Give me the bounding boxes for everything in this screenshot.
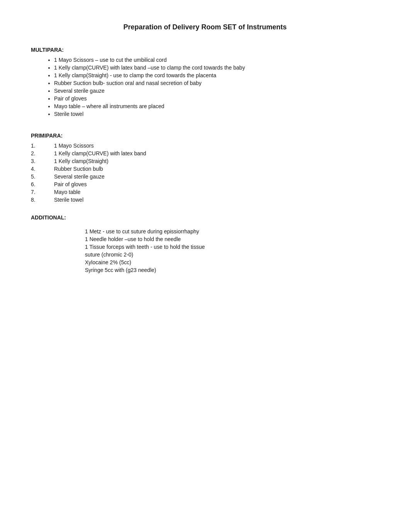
list-item: 1.1 Mayo Scissors xyxy=(31,143,379,149)
list-item: Rubber Suction bulb- suction oral and na… xyxy=(54,80,379,86)
list-item: 7.Mayo table xyxy=(31,189,379,195)
list-item-number: 8. xyxy=(31,197,54,203)
list-item-number: 7. xyxy=(31,189,54,195)
list-item: 2.1 Kelly clamp(CURVE) with latex band xyxy=(31,150,379,156)
list-item: Xylocaine 2% (5cc) xyxy=(85,259,379,265)
list-item-text: Mayo table xyxy=(54,189,80,195)
list-item: suture (chromic 2-0) xyxy=(85,252,379,258)
list-item: 8.Sterile towel xyxy=(31,197,379,203)
list-item: 1 Kelly clamp(CURVE) with latex band –us… xyxy=(54,65,379,71)
multipara-list: 1 Mayo Scissors – use to cut the umbilic… xyxy=(31,57,379,117)
list-item: Pair of gloves xyxy=(54,95,379,102)
list-item: 1 Mayo Scissors – use to cut the umbilic… xyxy=(54,57,379,63)
list-item-text: Sterile towel xyxy=(54,197,83,203)
primipara-heading: PRIMIPARA: xyxy=(31,133,379,139)
list-item-text: 1 Mayo Scissors xyxy=(54,143,94,149)
primipara-list: 1.1 Mayo Scissors2.1 Kelly clamp(CURVE) … xyxy=(31,143,379,203)
multipara-heading: MULTIPARA: xyxy=(31,47,379,53)
list-item: Sterile towel xyxy=(54,111,379,117)
page-title: Preparation of Delivery Room SET of Inst… xyxy=(31,23,379,31)
list-item: 1 Metz - use to cut suture during epissi… xyxy=(85,228,379,235)
list-item: 6.Pair of gloves xyxy=(31,181,379,187)
list-item: 5.Several sterile gauze xyxy=(31,173,379,180)
multipara-section: MULTIPARA: 1 Mayo Scissors – use to cut … xyxy=(31,47,379,117)
additional-items: 1 Metz - use to cut suture during epissi… xyxy=(31,228,379,273)
list-item: 1 Tissue forceps with teeth - use to hol… xyxy=(85,244,379,250)
list-item-number: 5. xyxy=(31,173,54,180)
list-item: Mayo table – where all instruments are p… xyxy=(54,103,379,109)
list-item: 1 Needle holder –use to hold the needle xyxy=(85,236,379,242)
list-item-number: 4. xyxy=(31,166,54,172)
list-item: Several sterile gauze xyxy=(54,88,379,94)
list-item-text: 1 Kelly clamp(Straight) xyxy=(54,158,108,164)
list-item-number: 6. xyxy=(31,181,54,187)
list-item-number: 1. xyxy=(31,143,54,149)
list-item: 4.Rubber Suction bulb xyxy=(31,166,379,172)
list-item-number: 2. xyxy=(31,150,54,156)
list-item: 1 Kelly clamp(Straight) - use to clamp t… xyxy=(54,72,379,78)
list-item-text: Pair of gloves xyxy=(54,181,87,187)
list-item: Syringe 5cc with (g23 needle) xyxy=(85,267,379,273)
list-item-text: Rubber Suction bulb xyxy=(54,166,103,172)
list-item-number: 3. xyxy=(31,158,54,164)
list-item-text: Several sterile gauze xyxy=(54,173,105,180)
primipara-section: PRIMIPARA: 1.1 Mayo Scissors2.1 Kelly cl… xyxy=(31,133,379,203)
additional-heading: ADDITIONAL: xyxy=(31,214,379,221)
additional-section: ADDITIONAL: 1 Metz - use to cut suture d… xyxy=(31,214,379,273)
list-item: 3.1 Kelly clamp(Straight) xyxy=(31,158,379,164)
list-item-text: 1 Kelly clamp(CURVE) with latex band xyxy=(54,150,146,156)
